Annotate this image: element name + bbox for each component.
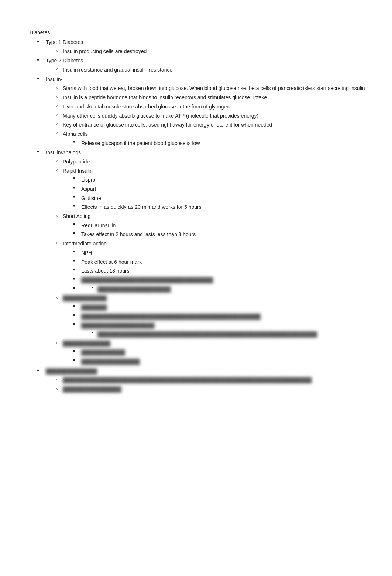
sub-sub-list: ███████ ████████████████████████████████… (63, 304, 370, 339)
list-item: Regular Insulin (73, 222, 370, 230)
item-label blurred-text: ████████████████████████████████████ (81, 277, 213, 283)
list-item: ████████████████ (73, 358, 370, 366)
item-label: Key of entrance of glucose into cells, u… (63, 122, 272, 128)
list-item: Short Acting Regular Insulin Takes effec… (56, 213, 370, 239)
list-item: Aspart (73, 185, 370, 193)
item-label blurred-text: ██████████████ (46, 368, 97, 374)
item-label: Starts with food that we eat, broken dow… (63, 85, 365, 91)
item-label blurred-text: ████████████████████ (97, 286, 171, 292)
item-label: Regular Insulin (81, 223, 116, 228)
item-label: Alpha cells (63, 131, 88, 137)
list-item: ████████████████████████████████████████… (73, 313, 370, 321)
list-item: Many other cells quickly absorb glucose … (56, 112, 370, 120)
item-label: Insulin producing cells are destroyed (63, 48, 147, 54)
sub-sub-list: Lispro Aspart Glulisine Effects in as qu… (63, 176, 370, 211)
list-item: ████████████████████████████████████████… (56, 376, 370, 384)
level4-list: ████████████████████████████████████████… (81, 331, 370, 339)
item-label: Peak effect at 6 hour mark (81, 259, 142, 265)
list-item: Insulin/Analogs Polypeptide Rapid Insuli… (37, 149, 370, 366)
page-container: Diabetes Type 1 Diabetes Insulin produci… (30, 30, 370, 394)
item-label: Release glucagon if the patient blood gl… (81, 140, 200, 146)
list-item: Insulin resistance and gradual insulin r… (56, 66, 370, 74)
list-item: Lasts about 18 hours (73, 267, 370, 275)
list-item: ████████████████████ (73, 286, 370, 294)
sub-list: ████████████████████████████████████████… (46, 376, 370, 393)
list-item: Alpha cells Release glucagon if the pati… (56, 130, 370, 147)
item-label blurred-text: ████████████ (63, 295, 107, 301)
item-label: Intermediate acting (63, 241, 107, 246)
item-label blurred-text: ████████████████ (63, 386, 121, 392)
list-item: ███████ (73, 304, 370, 312)
item-label: Aspart (81, 186, 96, 192)
list-item: ████████████████ (56, 386, 370, 394)
item-label: Takes effect in 2 hours and lasts less t… (81, 231, 196, 237)
item-label blurred-text: █████████████ (63, 341, 110, 346)
list-item: ██████████████ █████████████████████████… (37, 368, 370, 394)
list-item: Intermediate acting NPH Peak effect at 6… (56, 240, 370, 293)
list-item: ████████████ ███████ ███████████████████… (56, 294, 370, 338)
list-item: Effects in as quickly as 20 min and work… (73, 203, 370, 211)
sub-sub-list: Release glucagon if the patient blood gl… (63, 139, 370, 148)
item-label blurred-text: ████████████████████████████████████████… (81, 313, 236, 321)
list-item: Liver and skeletal muscle store absorbed… (56, 103, 370, 111)
list-item: NPH (73, 249, 370, 257)
item-label: Insulin/Analogs (46, 149, 81, 155)
list-item: ████████████████████ (92, 286, 370, 294)
list-item: Peak effect at 6 hour mark (73, 258, 370, 266)
sub-list: Starts with food that we eat, broken dow… (46, 84, 370, 147)
item-label blurred-text: ████████████████████ (81, 323, 154, 328)
item-label: Lasts about 18 hours (81, 268, 130, 274)
item-label blurred-text: ████████████████████████████████████████… (63, 376, 247, 384)
sub-sub-list: NPH Peak effect at 6 hour mark Lasts abo… (63, 249, 370, 293)
sub-list: Polypeptide Rapid Insulin Lispro Aspart … (46, 158, 370, 366)
list-item: Starts with food that we eat, broken dow… (56, 84, 370, 93)
sub-list: Insulin producing cells are destroyed (46, 48, 370, 56)
main-list: Type 1 Diabetes Insulin producing cells … (30, 38, 370, 394)
list-item: Release glucagon if the patient blood gl… (73, 139, 370, 148)
item-label: Insulin is a peptide hormone that binds … (63, 94, 267, 100)
list-item: Insulin producing cells are destroyed (56, 48, 370, 56)
sub-sub-list: Regular Insulin Takes effect in 2 hours … (63, 222, 370, 239)
sub-sub-list: ████████████ ████████████████ (63, 349, 370, 366)
list-item: Takes effect in 2 hours and lasts less t… (73, 231, 370, 239)
list-item: Type 1 Diabetes Insulin producing cells … (37, 38, 370, 55)
level4-list: ████████████████████ (81, 286, 370, 294)
list-item: █████████████ ████████████ █████████████… (56, 340, 370, 366)
list-item: Insulin is a peptide hormone that binds … (56, 94, 370, 102)
item-label blurred-text: ████████████████ (81, 359, 140, 365)
item-label: Glulisine (81, 195, 101, 201)
list-item: Rapid Insulin Lispro Aspart Glulisine Ef… (56, 167, 370, 211)
sub-list: Insulin resistance and gradual insulin r… (46, 66, 370, 74)
item-label: Type 1 Diabetes (46, 39, 83, 45)
item-label: Effects in as quickly as 20 min and work… (81, 204, 202, 210)
item-label blurred-text: ████████████████████████████████████████… (97, 331, 238, 339)
page-title: Diabetes (30, 30, 370, 35)
item-label: Short Acting (63, 213, 91, 219)
item-label: Rapid Insulin (63, 168, 93, 174)
list-item: ████████████████████ ███████████████████… (73, 322, 370, 338)
item-label: Insulin resistance and gradual insulin r… (63, 67, 172, 73)
item-label blurred-text: ███████ (81, 304, 107, 310)
item-label: Polypeptide (63, 159, 90, 165)
item-label: Insulin- (46, 76, 62, 82)
list-item: Type 2 Diabetes Insulin resistance and g… (37, 57, 370, 74)
list-item: Polypeptide (56, 158, 370, 166)
item-label: Many other cells quickly absorb glucose … (63, 113, 258, 119)
list-item: ████████████████████████████████████ (73, 276, 370, 284)
list-item: ████████████████████████████████████████… (92, 331, 370, 339)
item-label: Type 2 Diabetes (46, 58, 83, 63)
list-item: Glulisine (73, 194, 370, 203)
item-label: Liver and skeletal muscle store absorbed… (63, 104, 230, 110)
list-item: ████████████ (73, 349, 370, 357)
item-label blurred-text: ████████████ (81, 349, 125, 355)
list-item: Key of entrance of glucose into cells, u… (56, 121, 370, 129)
list-item: Lispro (73, 176, 370, 184)
list-item: Insulin- Starts with food that we eat, b… (37, 76, 370, 148)
item-label: Lispro (81, 177, 95, 183)
item-label: NPH (81, 250, 92, 256)
